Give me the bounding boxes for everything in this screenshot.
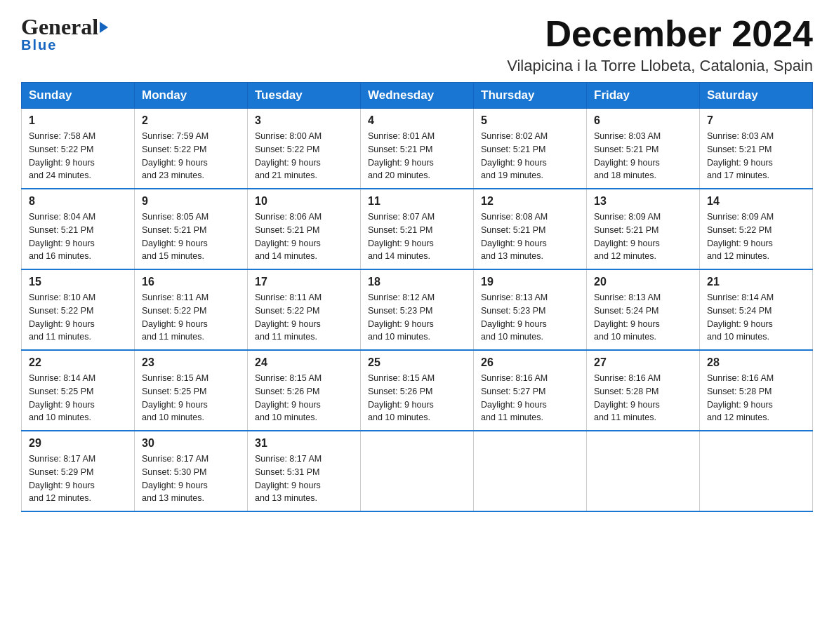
week-row-3: 15 Sunrise: 8:10 AMSunset: 5:22 PMDaylig… [22, 269, 813, 350]
calendar-cell: 12 Sunrise: 8:08 AMSunset: 5:21 PMDaylig… [474, 189, 587, 269]
calendar-cell: 27 Sunrise: 8:16 AMSunset: 5:28 PMDaylig… [587, 350, 700, 431]
calendar-cell [474, 431, 587, 511]
day-number: 6 [594, 114, 692, 127]
page-header: General Blue December 2024 Vilapicina i … [21, 14, 813, 75]
header-monday: Monday [135, 83, 248, 109]
calendar-cell [700, 431, 813, 511]
day-info: Sunrise: 8:04 AMSunset: 5:21 PMDaylight:… [29, 212, 95, 261]
calendar-cell: 6 Sunrise: 8:03 AMSunset: 5:21 PMDayligh… [587, 109, 700, 189]
calendar-cell: 31 Sunrise: 8:17 AMSunset: 5:31 PMDaylig… [248, 431, 361, 511]
day-number: 20 [594, 276, 692, 288]
calendar-cell: 22 Sunrise: 8:14 AMSunset: 5:25 PMDaylig… [22, 350, 135, 431]
day-number: 10 [255, 195, 353, 208]
day-number: 12 [481, 195, 579, 208]
day-info: Sunrise: 7:58 AMSunset: 5:22 PMDaylight:… [29, 131, 95, 180]
calendar-cell: 25 Sunrise: 8:15 AMSunset: 5:26 PMDaylig… [361, 350, 474, 431]
day-info: Sunrise: 8:11 AMSunset: 5:22 PMDaylight:… [255, 293, 322, 342]
day-info: Sunrise: 8:13 AMSunset: 5:24 PMDaylight:… [594, 293, 661, 342]
day-number: 28 [707, 356, 805, 369]
day-info: Sunrise: 8:06 AMSunset: 5:21 PMDaylight:… [255, 212, 322, 261]
calendar-cell: 30 Sunrise: 8:17 AMSunset: 5:30 PMDaylig… [135, 431, 248, 511]
calendar-cell: 7 Sunrise: 8:03 AMSunset: 5:21 PMDayligh… [700, 109, 813, 189]
day-number: 27 [594, 356, 692, 369]
calendar-cell: 15 Sunrise: 8:10 AMSunset: 5:22 PMDaylig… [22, 269, 135, 350]
calendar-cell: 8 Sunrise: 8:04 AMSunset: 5:21 PMDayligh… [22, 189, 135, 269]
calendar-table: SundayMondayTuesdayWednesdayThursdayFrid… [21, 82, 813, 512]
day-number: 7 [707, 114, 805, 127]
day-info: Sunrise: 8:16 AMSunset: 5:28 PMDaylight:… [594, 373, 661, 422]
day-number: 13 [594, 195, 692, 208]
day-number: 29 [29, 437, 127, 450]
calendar-cell: 1 Sunrise: 7:58 AMSunset: 5:22 PMDayligh… [22, 109, 135, 189]
day-number: 14 [707, 195, 805, 208]
calendar-cell: 28 Sunrise: 8:16 AMSunset: 5:28 PMDaylig… [700, 350, 813, 431]
calendar-cell: 4 Sunrise: 8:01 AMSunset: 5:21 PMDayligh… [361, 109, 474, 189]
header-tuesday: Tuesday [248, 83, 361, 109]
calendar-cell: 17 Sunrise: 8:11 AMSunset: 5:22 PMDaylig… [248, 269, 361, 350]
day-number: 11 [368, 195, 466, 208]
day-number: 30 [142, 437, 240, 450]
day-number: 31 [255, 437, 353, 450]
logo-blue-text: Blue [21, 37, 57, 53]
calendar-cell: 18 Sunrise: 8:12 AMSunset: 5:23 PMDaylig… [361, 269, 474, 350]
calendar-cell [361, 431, 474, 511]
calendar-cell [587, 431, 700, 511]
day-number: 25 [368, 356, 466, 369]
calendar-cell: 13 Sunrise: 8:09 AMSunset: 5:21 PMDaylig… [587, 189, 700, 269]
header-friday: Friday [587, 83, 700, 109]
day-info: Sunrise: 8:03 AMSunset: 5:21 PMDaylight:… [594, 131, 661, 180]
calendar-cell: 29 Sunrise: 8:17 AMSunset: 5:29 PMDaylig… [22, 431, 135, 511]
day-number: 3 [255, 114, 353, 127]
calendar-cell: 5 Sunrise: 8:02 AMSunset: 5:21 PMDayligh… [474, 109, 587, 189]
logo-triangle-icon [100, 22, 108, 33]
day-info: Sunrise: 8:09 AMSunset: 5:22 PMDaylight:… [707, 212, 774, 261]
calendar-cell: 10 Sunrise: 8:06 AMSunset: 5:21 PMDaylig… [248, 189, 361, 269]
day-info: Sunrise: 8:15 AMSunset: 5:25 PMDaylight:… [142, 373, 208, 422]
header-wednesday: Wednesday [361, 83, 474, 109]
day-number: 4 [368, 114, 466, 127]
day-info: Sunrise: 8:11 AMSunset: 5:22 PMDaylight:… [142, 293, 208, 342]
calendar-cell: 26 Sunrise: 8:16 AMSunset: 5:27 PMDaylig… [474, 350, 587, 431]
logo-general-text: General [21, 14, 98, 40]
day-number: 18 [368, 276, 466, 288]
day-number: 24 [255, 356, 353, 369]
calendar-subtitle: Vilapicina i la Torre Llobeta, Catalonia… [507, 57, 813, 75]
calendar-cell: 21 Sunrise: 8:14 AMSunset: 5:24 PMDaylig… [700, 269, 813, 350]
day-number: 15 [29, 276, 127, 288]
calendar-cell: 2 Sunrise: 7:59 AMSunset: 5:22 PMDayligh… [135, 109, 248, 189]
header-sunday: Sunday [22, 83, 135, 109]
day-number: 19 [481, 276, 579, 288]
day-info: Sunrise: 8:01 AMSunset: 5:21 PMDaylight:… [368, 131, 435, 180]
day-number: 2 [142, 114, 240, 127]
day-info: Sunrise: 8:14 AMSunset: 5:25 PMDaylight:… [29, 373, 95, 422]
calendar-cell: 3 Sunrise: 8:00 AMSunset: 5:22 PMDayligh… [248, 109, 361, 189]
day-info: Sunrise: 8:10 AMSunset: 5:22 PMDaylight:… [29, 293, 95, 342]
day-number: 16 [142, 276, 240, 288]
calendar-cell: 16 Sunrise: 8:11 AMSunset: 5:22 PMDaylig… [135, 269, 248, 350]
calendar-title: December 2024 [507, 14, 813, 54]
day-info: Sunrise: 8:13 AMSunset: 5:23 PMDaylight:… [481, 293, 548, 342]
day-number: 8 [29, 195, 127, 208]
day-number: 1 [29, 114, 127, 127]
day-info: Sunrise: 8:16 AMSunset: 5:27 PMDaylight:… [481, 373, 548, 422]
week-row-1: 1 Sunrise: 7:58 AMSunset: 5:22 PMDayligh… [22, 109, 813, 189]
day-info: Sunrise: 8:09 AMSunset: 5:21 PMDaylight:… [594, 212, 661, 261]
day-number: 9 [142, 195, 240, 208]
day-number: 5 [481, 114, 579, 127]
day-info: Sunrise: 8:16 AMSunset: 5:28 PMDaylight:… [707, 373, 774, 422]
day-info: Sunrise: 8:08 AMSunset: 5:21 PMDaylight:… [481, 212, 548, 261]
header-thursday: Thursday [474, 83, 587, 109]
day-info: Sunrise: 8:02 AMSunset: 5:21 PMDaylight:… [481, 131, 548, 180]
day-number: 21 [707, 276, 805, 288]
day-info: Sunrise: 8:00 AMSunset: 5:22 PMDaylight:… [255, 131, 322, 180]
title-area: December 2024 Vilapicina i la Torre Llob… [507, 14, 813, 75]
header-saturday: Saturday [700, 83, 813, 109]
logo: General [21, 14, 110, 40]
day-info: Sunrise: 8:17 AMSunset: 5:29 PMDaylight:… [29, 454, 95, 503]
day-number: 17 [255, 276, 353, 288]
day-info: Sunrise: 7:59 AMSunset: 5:22 PMDaylight:… [142, 131, 208, 180]
day-info: Sunrise: 8:15 AMSunset: 5:26 PMDaylight:… [255, 373, 322, 422]
week-row-4: 22 Sunrise: 8:14 AMSunset: 5:25 PMDaylig… [22, 350, 813, 431]
day-info: Sunrise: 8:03 AMSunset: 5:21 PMDaylight:… [707, 131, 774, 180]
calendar-cell: 24 Sunrise: 8:15 AMSunset: 5:26 PMDaylig… [248, 350, 361, 431]
